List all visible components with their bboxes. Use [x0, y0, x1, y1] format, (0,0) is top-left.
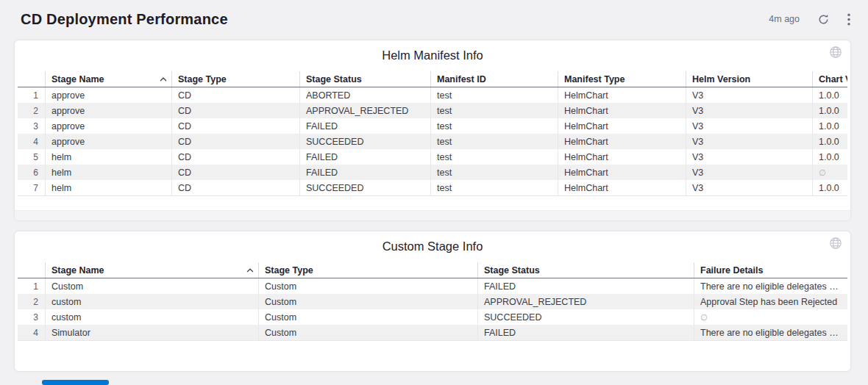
table-cell: CD — [172, 180, 300, 196]
table-cell: V3 — [686, 149, 813, 165]
table-cell: Approval Step has been Rejected — [694, 294, 848, 309]
column-header-label: Stage Type — [178, 74, 227, 84]
table-cell: ∅ — [694, 309, 848, 325]
column-header-label: Manifest Type — [564, 74, 625, 84]
row-number: 2 — [18, 103, 46, 118]
table-cell: There are no eligible delegates availabl… — [694, 325, 848, 341]
column-header-failure-details[interactable]: Failure Details — [694, 262, 848, 278]
column-header-label: Stage Name — [51, 265, 104, 276]
table-row[interactable]: 5helmCDFAILEDtestHelmChartV31.0.0 — [18, 149, 847, 165]
table-cell: CD — [172, 103, 300, 118]
table-cell: approve — [46, 103, 172, 118]
page-horizontal-scrollbar-thumb[interactable] — [42, 380, 109, 385]
table-cell: V3 — [686, 180, 813, 196]
globe-icon[interactable] — [829, 237, 842, 250]
column-header-helm-version[interactable]: Helm Version — [686, 71, 813, 87]
table-cell: There are no eligible delegates availabl… — [694, 278, 848, 295]
table-row[interactable]: 6helmCDFAILEDtestHelmChartV3∅ — [18, 165, 847, 180]
column-header-stage-name[interactable]: Stage Name — [46, 262, 259, 278]
row-number: 3 — [18, 118, 46, 134]
custom-stage-table: Stage NameStage TypeStage StatusFailure … — [18, 262, 847, 341]
row-number: 1 — [18, 87, 46, 104]
row-number: 1 — [18, 278, 46, 295]
table-cell: HelmChart — [558, 149, 686, 165]
table-cell: V3 — [686, 134, 813, 149]
table-row[interactable]: 2approveCDAPPROVAL_REJECTEDtestHelmChart… — [18, 103, 847, 118]
table-cell: 1.0.0 — [813, 103, 848, 118]
table-cell: Simulator — [46, 325, 259, 341]
table-cell: helm — [46, 180, 172, 196]
column-header-label: Stage Name — [51, 74, 104, 84]
table-cell: 1.0.0 — [813, 180, 848, 196]
column-header-label: Stage Status — [306, 74, 362, 84]
table-cell: Custom — [259, 325, 478, 341]
column-header-manifest-type[interactable]: Manifest Type — [558, 71, 686, 87]
table-cell: test — [431, 87, 558, 104]
table-cell: HelmChart — [558, 134, 686, 149]
table-row[interactable]: 1CustomCustomFAILEDThere are no eligible… — [18, 278, 847, 295]
globe-icon[interactable] — [829, 46, 842, 59]
table-cell: V3 — [686, 165, 813, 180]
table-row[interactable]: 2customCustomAPPROVAL_REJECTEDApproval S… — [18, 294, 847, 309]
table-cell: approve — [46, 87, 172, 104]
sort-asc-icon — [160, 77, 167, 82]
table-cell: 1.0.0 — [813, 87, 848, 104]
table-cell: test — [431, 103, 558, 118]
table-row[interactable]: 1approveCDABORTEDtestHelmChartV31.0.0 — [18, 87, 847, 104]
table-row[interactable]: 7helmCDSUCCEEDEDtestHelmChartV31.0.0 — [18, 180, 847, 196]
table-cell: test — [431, 118, 558, 134]
row-number-header — [18, 71, 46, 87]
column-header-stage-type[interactable]: Stage Type — [259, 262, 478, 278]
table-header-row: Stage NameStage TypeStage StatusFailure … — [18, 262, 847, 278]
row-number: 7 — [18, 180, 46, 196]
table-cell: test — [431, 149, 558, 165]
header-actions: 4m ago — [769, 13, 850, 26]
table-cell: FAILED — [300, 149, 431, 165]
column-header-stage-name[interactable]: Stage Name — [46, 71, 172, 87]
column-header-label: Stage Type — [265, 265, 313, 276]
table-row[interactable]: 4approveCDSUCCEEDEDtestHelmChartV31.0.0 — [18, 134, 847, 149]
table-cell: HelmChart — [558, 118, 686, 134]
table-cell: HelmChart — [558, 87, 686, 104]
table-cell: V3 — [686, 87, 813, 104]
refresh-icon[interactable] — [817, 13, 830, 26]
horizontal-scrollbar[interactable] — [15, 210, 850, 220]
table-row[interactable]: 4SimulatorCustomFAILEDThere are no eligi… — [18, 325, 847, 341]
page-title: CD Deployment Performance — [21, 11, 228, 28]
column-header-stage-status[interactable]: Stage Status — [300, 71, 431, 87]
table-row[interactable]: 3approveCDFAILEDtestHelmChartV31.0.0 — [18, 118, 847, 134]
helm-manifest-info-panel: Helm Manifest Info Stage NameStage TypeS… — [15, 40, 850, 220]
table-cell: V3 — [686, 118, 813, 134]
column-header-label: Chart Version — [819, 74, 847, 84]
table-cell: 1.0.0 — [813, 149, 848, 165]
table-cell: test — [431, 165, 558, 180]
column-header-label: Helm Version — [692, 74, 750, 84]
column-header-manifest-id[interactable]: Manifest ID — [431, 71, 558, 87]
table-cell: CD — [172, 87, 300, 104]
row-number: 6 — [18, 165, 46, 180]
panel-header: Custom Stage Info — [15, 231, 850, 262]
table-cell: approve — [46, 118, 172, 134]
column-header-chart-version[interactable]: Chart Version — [813, 71, 848, 87]
table-cell: CD — [172, 149, 300, 165]
column-header-label: Failure Details — [700, 265, 763, 276]
table-cell: CD — [172, 134, 300, 149]
table-cell: SUCCEEDED — [300, 134, 431, 149]
row-number: 5 — [18, 149, 46, 165]
table-cell: FAILED — [300, 118, 431, 134]
table-cell: 1.0.0 — [813, 134, 848, 149]
panel-header: Helm Manifest Info — [15, 40, 850, 71]
table-cell: SUCCEEDED — [300, 180, 431, 196]
table-cell: ∅ — [813, 165, 848, 180]
row-number: 4 — [18, 134, 46, 149]
kebab-menu-icon[interactable] — [847, 13, 850, 26]
column-header-stage-type[interactable]: Stage Type — [172, 71, 300, 87]
panel-title: Custom Stage Info — [383, 240, 483, 253]
column-header-stage-status[interactable]: Stage Status — [478, 262, 694, 278]
table-cell: Custom — [259, 294, 478, 309]
table-cell: Custom — [259, 278, 478, 295]
table-cell: HelmChart — [558, 165, 686, 180]
table-row[interactable]: 3customCustomSUCCEEDED∅ — [18, 309, 847, 325]
table-cell: CD — [172, 165, 300, 180]
table-cell: SUCCEEDED — [478, 309, 694, 325]
